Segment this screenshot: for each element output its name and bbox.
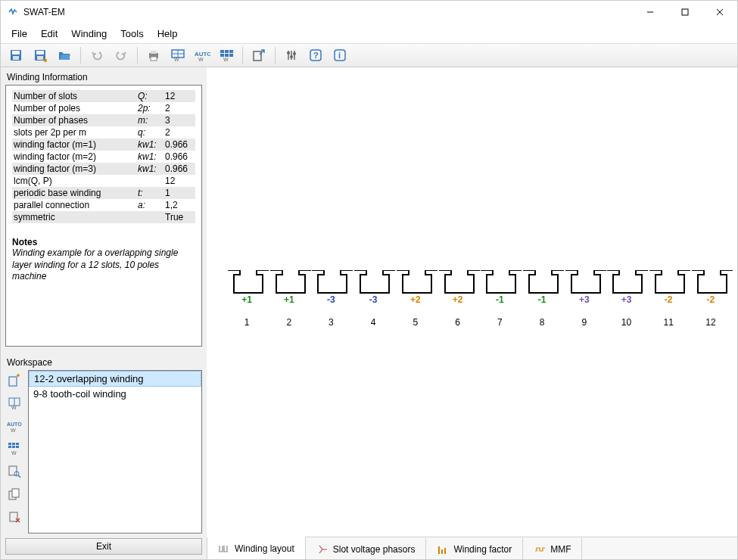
tab-slot-voltage-phasors[interactable]: Slot voltage phasors: [306, 537, 427, 559]
svg-rect-3: [12, 51, 20, 54]
workspace-auto-button[interactable]: AUTOW: [5, 417, 23, 435]
menu-tools[interactable]: Tools: [114, 26, 149, 42]
svg-rect-35: [9, 377, 17, 386]
slot-value: -3: [354, 294, 392, 305]
svg-rect-22: [229, 54, 233, 57]
svg-point-30: [293, 52, 296, 55]
toolbar-save-as-button[interactable]: [30, 45, 51, 65]
slot-number: 10: [607, 317, 645, 328]
menu-help[interactable]: Help: [151, 26, 184, 42]
slot-value: -2: [649, 294, 687, 305]
svg-rect-48: [9, 466, 17, 475]
workspace-delete-button[interactable]: [5, 508, 23, 526]
svg-text:W: W: [198, 57, 204, 62]
tab-mmf[interactable]: MMF: [523, 537, 582, 559]
workspace-item[interactable]: 9-8 tooth-coil winding: [29, 387, 201, 401]
toolbar-open-button[interactable]: [54, 45, 75, 65]
slot-value: -2: [692, 294, 730, 305]
slot-number: 5: [397, 317, 434, 328]
toolbar-winding-auto-button[interactable]: AUTOW: [192, 45, 213, 65]
slot-number: 2: [270, 317, 308, 328]
menu-edit[interactable]: Edit: [35, 26, 64, 42]
slot-value: +1: [270, 294, 308, 305]
slot: +25: [397, 270, 434, 316]
svg-rect-9: [151, 51, 157, 54]
workspace-item[interactable]: 12-2 overlapping winding: [29, 371, 201, 387]
notes-title: Notes: [12, 237, 195, 247]
workspace-table-button[interactable]: W: [5, 394, 23, 412]
slot: -17: [481, 270, 518, 316]
toolbar-undo-button[interactable]: [86, 45, 107, 65]
svg-rect-19: [229, 50, 233, 53]
winding-diagram: +11+12-33-34+25+26-17-18+39+310-211-212: [207, 67, 737, 537]
winding-layout-icon: [218, 543, 230, 555]
svg-rect-4: [13, 56, 19, 60]
tab-winding-factor[interactable]: Winding factor: [426, 537, 523, 559]
window-close-button[interactable]: [702, 1, 737, 23]
tab-mmf-label: MMF: [550, 544, 571, 555]
exit-button[interactable]: Exit: [5, 538, 202, 555]
slot-value: -3: [312, 294, 350, 305]
window-maximize-button[interactable]: [668, 1, 702, 23]
window-minimize-button[interactable]: [633, 1, 668, 23]
svg-text:?: ?: [313, 51, 319, 60]
workspace-toolbar: W AUTOW W: [5, 370, 25, 534]
menu-winding[interactable]: Winding: [65, 26, 113, 42]
info-row: slots per 2p per mq:2: [12, 126, 195, 138]
workspace-find-button[interactable]: [5, 462, 23, 481]
slot-number: 9: [565, 317, 603, 328]
slot: -34: [354, 270, 392, 316]
toolbar-save-button[interactable]: [5, 45, 26, 65]
slot-number: 1: [228, 317, 266, 328]
toolbar-winding-table-button[interactable]: W: [167, 45, 188, 65]
window-title: SWAT-EM: [23, 7, 633, 17]
slot-number: 11: [649, 317, 687, 328]
toolbar-redo-button[interactable]: [111, 45, 132, 65]
svg-rect-45: [12, 446, 15, 448]
toolbar-export-button[interactable]: [248, 45, 269, 65]
toolbar-winding-grid-button[interactable]: W: [216, 45, 237, 65]
workspace-clone-button[interactable]: [5, 485, 23, 503]
svg-line-50: [18, 475, 20, 478]
toolbar-settings-button[interactable]: [281, 45, 302, 65]
svg-text:AUTO: AUTO: [7, 422, 22, 427]
phasors-icon: [316, 543, 329, 555]
slot-number: 4: [354, 317, 392, 328]
slot-value: +2: [439, 294, 477, 305]
toolbar-help-button[interactable]: ?: [305, 45, 326, 65]
workspace-header: Workspace: [5, 356, 202, 370]
info-row: Number of slotsQ:12: [12, 90, 195, 102]
slot: +310: [607, 270, 645, 316]
menubar: File Edit Winding Tools Help: [1, 23, 737, 43]
toolbar-print-button[interactable]: [143, 45, 164, 65]
svg-text:i: i: [338, 51, 341, 60]
toolbar-info-button[interactable]: i: [329, 45, 350, 65]
slot-number: 12: [692, 317, 730, 328]
svg-rect-43: [16, 443, 19, 445]
toolbar: W AUTOW W ? i: [1, 43, 737, 67]
notes-text: Winding example for a overlapping single…: [12, 247, 195, 283]
slot-number: 6: [439, 317, 477, 328]
svg-rect-42: [12, 443, 15, 445]
winding-factor-icon: [437, 543, 449, 555]
svg-rect-6: [36, 51, 44, 54]
menu-file[interactable]: File: [5, 26, 33, 42]
window-titlebar: SWAT-EM: [1, 1, 737, 23]
svg-rect-24: [254, 51, 261, 61]
slot-value: +3: [565, 294, 603, 305]
winding-info-box: Number of slotsQ:12Number of poles2p:2Nu…: [5, 85, 202, 347]
svg-rect-52: [12, 489, 19, 497]
bottom-tabs: Winding layout Slot voltage phasors Wind…: [207, 537, 737, 559]
workspace-grid-button[interactable]: W: [5, 440, 23, 458]
slot: +26: [439, 270, 477, 316]
svg-rect-46: [16, 446, 19, 448]
tab-winding-layout[interactable]: Winding layout: [207, 537, 306, 559]
main-area: +11+12-33-34+25+26-17-18+39+310-211-212 …: [207, 67, 737, 559]
slot-value: +2: [397, 294, 434, 305]
workspace-list[interactable]: 12-2 overlapping winding9-8 tooth-coil w…: [28, 370, 202, 534]
tab-winding-layout-label: Winding layout: [235, 543, 294, 554]
workspace-new-button[interactable]: [5, 372, 23, 390]
info-row: lcm(Q, P)12: [12, 175, 195, 187]
svg-rect-44: [8, 446, 11, 448]
slot: +12: [270, 270, 308, 316]
